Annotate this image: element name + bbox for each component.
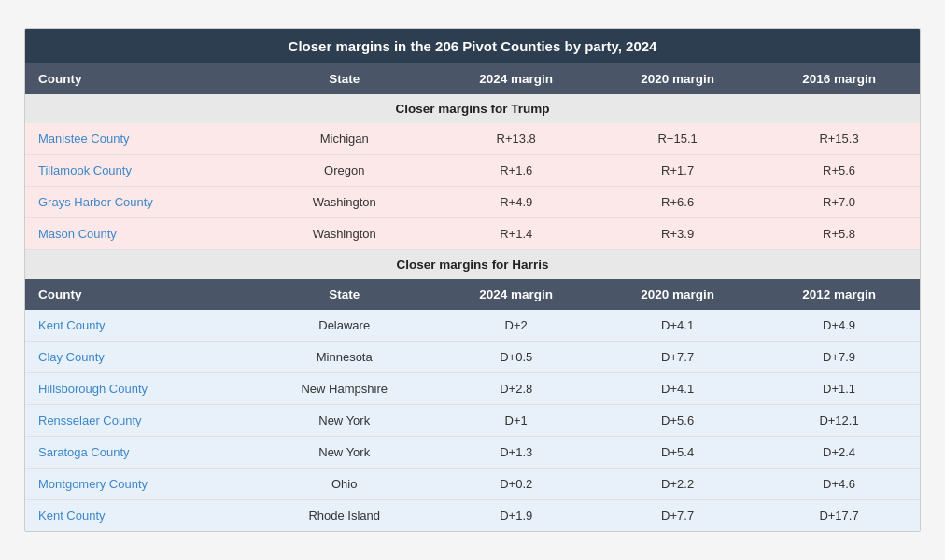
margin-2024: D+0.5 [435, 342, 597, 373]
harris-sub-header-row: County State 2024 margin 2020 margin 201… [25, 279, 920, 310]
margin-2024: R+4.9 [435, 187, 597, 218]
table-row: Grays Harbor County Washington R+4.9 R+6… [25, 187, 920, 218]
state-cell: New Hampshire [253, 373, 435, 405]
state-cell: Minnesota [253, 342, 435, 373]
table-row: Manistee County Michigan R+13.8 R+15.1 R… [25, 123, 920, 155]
state-cell: Ohio [253, 469, 435, 500]
table-row: Kent County Rhode Island D+1.9 D+7.7 D+1… [25, 500, 920, 532]
state-cell: New York [253, 405, 435, 437]
harris-section-header: Closer margins for Harris [25, 250, 920, 280]
state-cell: Washington [253, 218, 435, 250]
trump-section-header: Closer margins for Trump [25, 94, 920, 123]
margin-prev: R+15.3 [758, 123, 920, 155]
trump-headers: County State 2024 margin 2020 margin 201… [25, 63, 920, 94]
margin-2024: D+2.8 [435, 373, 597, 405]
margin-2024: D+1.9 [435, 500, 597, 532]
col-2016: 2016 margin [758, 63, 920, 94]
county-cell: Montgomery County [25, 469, 253, 500]
county-cell: Tillamook County [25, 155, 253, 187]
margin-prev: D+17.7 [758, 500, 920, 532]
harris-col-2024: 2024 margin [435, 279, 597, 310]
county-cell: Saratoga County [25, 437, 253, 469]
county-cell: Clay County [25, 342, 253, 373]
margin-prev: D+4.9 [758, 310, 920, 342]
margin-2020: D+5.4 [597, 437, 758, 469]
state-cell: Washington [253, 187, 435, 218]
table-row: Mason County Washington R+1.4 R+3.9 R+5.… [25, 218, 920, 250]
margin-2020: D+7.7 [597, 500, 758, 532]
margin-2020: D+4.1 [597, 310, 758, 342]
county-cell: Manistee County [25, 123, 253, 155]
state-cell: Rhode Island [253, 500, 435, 532]
county-cell: Mason County [25, 218, 253, 250]
table-row: Saratoga County New York D+1.3 D+5.4 D+2… [25, 437, 920, 469]
margin-2020: R+6.6 [597, 187, 758, 218]
county-cell: Hillsborough County [25, 373, 253, 405]
harris-col-state: State [253, 279, 435, 310]
margin-2024: R+1.4 [435, 218, 597, 250]
table-row: Clay County Minnesota D+0.5 D+7.7 D+7.9 [25, 342, 920, 373]
margin-prev: D+1.1 [758, 373, 920, 405]
table-row: Tillamook County Oregon R+1.6 R+1.7 R+5.… [25, 155, 920, 187]
col-state: State [253, 63, 435, 94]
col-2020: 2020 margin [597, 63, 758, 94]
margin-2020: R+3.9 [597, 218, 758, 250]
harris-col-2012: 2012 margin [758, 279, 920, 310]
margin-2024: R+1.6 [435, 155, 597, 187]
harris-col-2020: 2020 margin [597, 279, 758, 310]
state-cell: New York [253, 437, 435, 469]
table-row: Hillsborough County New Hampshire D+2.8 … [25, 373, 920, 405]
margin-2020: D+2.2 [597, 469, 758, 500]
margin-2020: D+7.7 [597, 342, 758, 373]
margin-prev: R+5.6 [758, 155, 920, 187]
margin-prev: D+4.6 [758, 469, 920, 500]
main-table-wrapper: Closer margins in the 206 Pivot Counties… [24, 28, 921, 532]
col-2024: 2024 margin [435, 63, 597, 94]
margin-2024: D+2 [435, 310, 597, 342]
margin-2020: R+15.1 [597, 123, 758, 155]
margin-prev: D+12.1 [758, 405, 920, 437]
state-cell: Delaware [253, 310, 435, 342]
county-cell: Rensselaer County [25, 405, 253, 437]
county-cell: Kent County [25, 500, 253, 532]
table-row: Montgomery County Ohio D+0.2 D+2.2 D+4.6 [25, 469, 920, 500]
margin-2020: R+1.7 [597, 155, 758, 187]
margin-2024: D+1 [435, 405, 597, 437]
margin-2020: D+5.6 [597, 405, 758, 437]
margin-prev: D+7.9 [758, 342, 920, 373]
margin-2024: D+1.3 [435, 437, 597, 469]
margin-prev: R+7.0 [758, 187, 920, 218]
state-cell: Michigan [253, 123, 435, 155]
table-row: Rensselaer County New York D+1 D+5.6 D+1… [25, 405, 920, 437]
margin-prev: D+2.4 [758, 437, 920, 469]
margin-2024: D+0.2 [435, 469, 597, 500]
harris-col-county: County [25, 279, 253, 310]
margin-2020: D+4.1 [597, 373, 758, 405]
state-cell: Oregon [253, 155, 435, 187]
col-county: County [25, 63, 253, 94]
county-cell: Grays Harbor County [25, 187, 253, 218]
margin-2024: R+13.8 [435, 123, 597, 155]
margin-prev: R+5.8 [758, 218, 920, 250]
table-row: Kent County Delaware D+2 D+4.1 D+4.9 [25, 310, 920, 342]
county-cell: Kent County [25, 310, 253, 342]
main-title: Closer margins in the 206 Pivot Counties… [25, 29, 920, 63]
